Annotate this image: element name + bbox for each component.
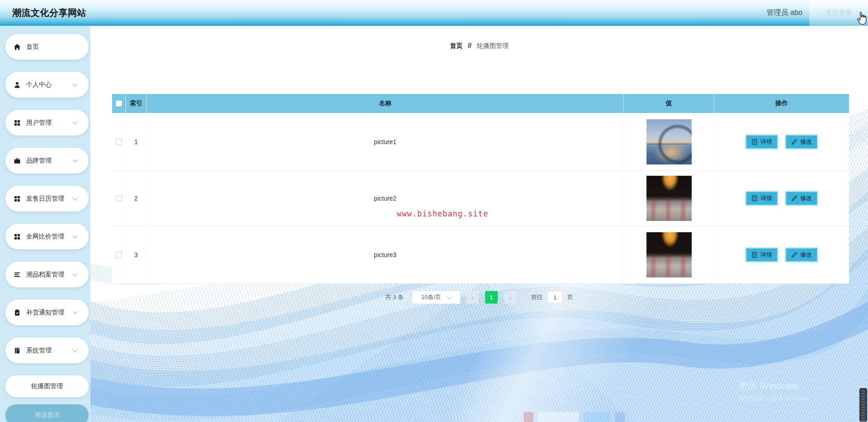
chevron-down-icon: [72, 157, 77, 162]
grid-icon: [14, 195, 21, 202]
select-all-checkbox[interactable]: [116, 100, 122, 107]
column-header-action: 操作: [714, 94, 849, 113]
sidebar-item-home[interactable]: 首页: [5, 34, 89, 60]
goto-page-input[interactable]: [547, 291, 563, 304]
sidebar-item-carousel-mgmt[interactable]: 轮播图管理: [5, 375, 89, 397]
chevron-down-icon: [72, 347, 77, 352]
row-index: 2: [126, 171, 147, 225]
detail-button[interactable]: 详情: [745, 134, 778, 150]
vertical-scrollbar-thumb[interactable]: [859, 388, 867, 422]
sidebar-item-label: 发售日历管理: [26, 195, 64, 203]
row-name: picture3: [147, 226, 624, 283]
current-page-button[interactable]: 1: [485, 291, 498, 304]
edit-button[interactable]: 修改: [785, 191, 818, 206]
page-size-value: 10条/页: [421, 293, 441, 301]
column-header-index: 索引: [126, 94, 147, 113]
clipboard-check-icon: [14, 309, 21, 316]
sidebar-item-trend-news[interactable]: 潮流资讯: [5, 404, 89, 422]
watermark-logo: [615, 412, 625, 422]
row-checkbox[interactable]: [116, 252, 122, 258]
briefcase-icon: [14, 157, 21, 164]
site-watermark-text: www.bishebang.site: [397, 209, 488, 218]
detail-button-label: 详情: [760, 251, 772, 259]
table-row: 1 picture1 详情 修改: [112, 113, 849, 171]
detail-button-label: 详情: [760, 138, 772, 146]
chevron-down-icon: [72, 195, 77, 200]
row-checkbox[interactable]: [116, 195, 122, 202]
watermark-logo: [583, 412, 610, 422]
table-row: 3 picture3 详情 修改: [112, 226, 849, 284]
chevron-down-icon: [447, 294, 452, 299]
sidebar-item-label: 用户管理: [26, 119, 52, 127]
edit-button[interactable]: 修改: [785, 134, 818, 150]
goto-label: 前往: [531, 293, 543, 301]
book-icon: [14, 347, 21, 354]
sidebar-item-price-compare-mgmt[interactable]: 全网比价管理: [5, 224, 89, 249]
sidebar-item-restock-notice-mgmt[interactable]: 补货通知管理: [5, 300, 89, 325]
user-icon: [14, 81, 21, 89]
chevron-down-icon: [72, 233, 77, 238]
chevron-down-icon: [72, 271, 77, 276]
sidebar-item-product-archive-mgmt[interactable]: 潮品档案管理: [5, 262, 89, 287]
grid-icon: [14, 119, 21, 127]
windows-activation-watermark: 激活 Windows 转到“设置”以激活 Windows: [738, 380, 809, 403]
detail-button-label: 详情: [760, 194, 772, 202]
grid-icon: [14, 233, 21, 240]
carousel-image-thumbnail: [646, 232, 692, 277]
breadcrumb-separator: //: [468, 42, 472, 49]
sidebar-item-label: 个人中心: [26, 81, 52, 89]
sidebar-item-label: 潮品档案管理: [26, 271, 64, 279]
sidebar-item-profile[interactable]: 个人中心: [5, 72, 89, 98]
carousel-image-thumbnail: [646, 119, 692, 164]
app-header: 潮流文化分享网站 管理员 abo 退出登录: [0, 0, 868, 26]
edit-button-label: 修改: [800, 251, 812, 259]
document-icon: [751, 139, 758, 145]
sidebar-item-user-mgmt[interactable]: 用户管理: [5, 110, 89, 136]
bottom-watermark: [524, 408, 625, 422]
chevron-down-icon: [72, 309, 77, 314]
sidebar-item-system-mgmt[interactable]: 系统管理: [5, 338, 89, 363]
windows-watermark-line1: 激活 Windows: [738, 380, 809, 392]
edit-button[interactable]: 修改: [785, 247, 818, 263]
sidebar-item-release-calendar-mgmt[interactable]: 发售日历管理: [5, 186, 89, 211]
detail-button[interactable]: 详情: [745, 247, 778, 263]
carousel-table: 索引 名称 值 操作 1 picture1 详情 修改 2: [112, 94, 849, 284]
edit-button-label: 修改: [800, 194, 812, 202]
sidebar-item-label: 品牌管理: [26, 157, 52, 165]
app-title: 潮流文化分享网站: [12, 7, 86, 19]
sidebar-item-label: 系统管理: [26, 347, 52, 355]
windows-watermark-line2: 转到“设置”以激活 Windows: [738, 394, 809, 403]
row-index: 3: [126, 226, 147, 283]
pagination-total: 共 3 条: [385, 293, 403, 301]
row-index: 1: [126, 113, 147, 170]
sidebar-item-label: 首页: [26, 43, 39, 51]
home-icon: [14, 43, 21, 51]
list-icon: [14, 271, 21, 278]
row-checkbox[interactable]: [116, 139, 122, 145]
document-icon: [751, 195, 758, 202]
edit-icon: [791, 252, 797, 258]
logout-button[interactable]: 退出登录: [809, 0, 868, 26]
column-header-name: 名称: [147, 94, 624, 113]
row-name: picture2: [147, 171, 624, 225]
prev-page-button[interactable]: ‹: [466, 291, 479, 304]
breadcrumb-current: 轮播图管理: [477, 42, 509, 49]
pagination-bar: 共 3 条 10条/页 ‹ 1 › 前往 页: [90, 291, 868, 304]
logged-in-user: 管理员 abo: [767, 0, 802, 26]
next-page-button[interactable]: ›: [504, 291, 517, 304]
chevron-down-icon: [72, 119, 77, 124]
detail-button[interactable]: 详情: [745, 191, 778, 206]
page-size-select[interactable]: 10条/页: [412, 291, 461, 304]
watermark-logo: [524, 412, 533, 422]
sidebar: 首页 个人中心 用户管理 品牌管理 发售日历管理 全网比价管理 潮品档案管理 补…: [0, 26, 90, 422]
breadcrumb: 首页 // 轮播图管理: [90, 42, 868, 50]
breadcrumb-home-link[interactable]: 首页: [450, 42, 462, 49]
edit-icon: [791, 195, 797, 202]
main-content: 首页 // 轮播图管理 索引 名称 值 操作 1 picture1 详情: [90, 26, 868, 422]
watermark-logo: [538, 412, 579, 422]
carousel-image-thumbnail: [646, 176, 692, 221]
sidebar-item-label: 补货通知管理: [26, 309, 64, 317]
sidebar-item-brand-mgmt[interactable]: 品牌管理: [5, 148, 89, 173]
chevron-down-icon: [72, 81, 77, 86]
table-header-row: 索引 名称 值 操作: [112, 94, 849, 113]
